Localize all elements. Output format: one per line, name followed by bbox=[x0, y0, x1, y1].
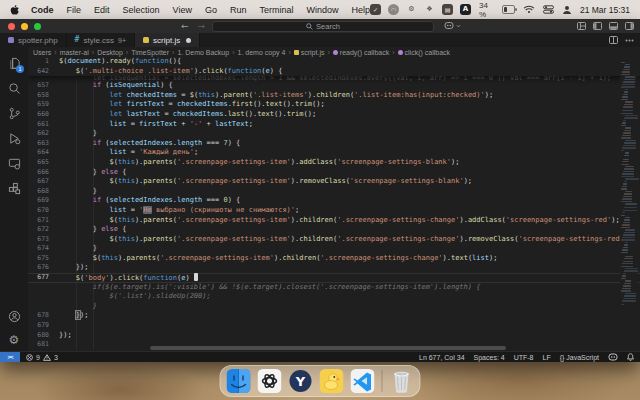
battery-icon[interactable] bbox=[502, 5, 515, 14]
code-line[interactable]: 678 }); bbox=[28, 311, 640, 321]
code-line[interactable]: 677 $('body').click(function(e) bbox=[28, 273, 640, 283]
menu-window[interactable]: Window bbox=[306, 5, 338, 15]
toggle-primary-sidebar-icon[interactable] bbox=[593, 22, 602, 30]
code-line[interactable]: 662 } bbox=[28, 129, 640, 139]
menu-file[interactable]: File bbox=[67, 5, 82, 15]
code-line[interactable]: 679 bbox=[28, 321, 640, 331]
settings-gear-icon[interactable]: ⚙ bbox=[406, 4, 417, 15]
code-line[interactable]: 680}); bbox=[28, 331, 640, 341]
control-center-icon[interactable] bbox=[543, 5, 554, 14]
run-debug-icon[interactable] bbox=[3, 126, 25, 151]
dock-trash[interactable] bbox=[390, 369, 414, 393]
split-editor-icon[interactable] bbox=[609, 36, 618, 44]
code-line[interactable]: 660 let lastText = checkedItems.last().t… bbox=[28, 110, 640, 120]
menu-code[interactable]: Code bbox=[31, 5, 54, 15]
status-utf-8[interactable]: UTF-8 bbox=[514, 354, 534, 361]
menu-selection[interactable]: Selection bbox=[123, 5, 160, 15]
menu-run[interactable]: Run bbox=[230, 5, 247, 15]
ghost-suggestion-line[interactable]: } bbox=[28, 302, 640, 312]
dock-finder[interactable] bbox=[227, 369, 251, 393]
search-icon[interactable] bbox=[3, 76, 25, 101]
dock-duck[interactable] bbox=[320, 369, 344, 393]
accounts-icon[interactable] bbox=[3, 304, 25, 329]
code-line[interactable]: 661 list = firstText + '-' + lastText; bbox=[28, 120, 640, 130]
breadcrumb-item[interactable]: ready() callback bbox=[333, 49, 389, 56]
dock-chatgpt[interactable] bbox=[258, 369, 282, 393]
user-account-icon[interactable] bbox=[562, 5, 572, 15]
problems-indicator[interactable]: 9 3 bbox=[26, 354, 58, 361]
minimap[interactable] bbox=[620, 57, 637, 346]
code-line[interactable]: 666 } else { bbox=[28, 168, 640, 178]
ghost-suggestion-line[interactable]: if($(e.target).is(':visible') && !$(e.ta… bbox=[28, 283, 640, 293]
code-line[interactable]: let isSequential = selectedIndexes.lengt… bbox=[28, 76, 640, 81]
code-line[interactable]: 664 list = 'Каждый день'; bbox=[28, 148, 640, 158]
code-line[interactable]: 675 $(this).parents('.screenpage-setting… bbox=[28, 254, 640, 264]
code-line[interactable]: 670 list = 'Не выбрано (скриншоты не сни… bbox=[28, 206, 640, 216]
app-icon-3[interactable]: ❖ bbox=[424, 4, 435, 15]
wifi-icon[interactable] bbox=[523, 5, 535, 14]
tab-spotter-php[interactable]: spotter.php bbox=[0, 33, 67, 47]
dock-vs-code[interactable] bbox=[351, 369, 375, 393]
breadcrumb-item[interactable]: Desktop bbox=[97, 49, 123, 56]
command-center-search[interactable]: Search bbox=[212, 21, 434, 32]
menu-terminal[interactable]: Terminal bbox=[259, 5, 293, 15]
code-line[interactable]: 642 $('.multi-choice .list-item').click(… bbox=[28, 67, 640, 77]
remote-explorer-icon[interactable] bbox=[3, 151, 25, 176]
status-spaces-4[interactable]: Spaces: 4 bbox=[474, 354, 505, 361]
code-line[interactable]: 1$(document).ready(function(){ bbox=[28, 57, 640, 67]
code-line[interactable]: 658 let checkedItems = $(this).parent('.… bbox=[28, 91, 640, 101]
navigate-back-button[interactable]: ← bbox=[181, 21, 189, 31]
extensions-icon[interactable] bbox=[3, 176, 25, 201]
tab-style-css[interactable]: #style.css9+ bbox=[67, 33, 135, 47]
code-line[interactable]: 657 if (isSequential) { bbox=[28, 81, 640, 91]
code-line[interactable]: 663 if (selectedIndexes.length === 7) { bbox=[28, 139, 640, 149]
zoom-window-button[interactable] bbox=[34, 23, 41, 30]
code-line[interactable]: 674 } bbox=[28, 244, 640, 254]
app-icon-2[interactable]: ◠ bbox=[388, 4, 399, 15]
status-lf[interactable]: LF bbox=[543, 354, 551, 361]
explorer-icon[interactable]: 1 bbox=[3, 51, 25, 76]
more-actions-icon[interactable] bbox=[625, 39, 634, 42]
code-line[interactable]: 672 } else { bbox=[28, 225, 640, 235]
breadcrumb-item[interactable]: click() callback bbox=[398, 49, 451, 56]
source-control-icon[interactable] bbox=[3, 101, 25, 126]
code-line[interactable]: 673 $(this).parents('.screenpage-setting… bbox=[28, 235, 640, 245]
customize-layout-icon[interactable] bbox=[577, 22, 586, 30]
settings-gear-icon[interactable]: ⚙ bbox=[3, 329, 25, 351]
code-line[interactable]: 669 if (selectedIndexes.length === 0) { bbox=[28, 196, 640, 206]
notes-app-icon[interactable]: ▤ bbox=[442, 4, 453, 15]
code-line[interactable]: 668 } bbox=[28, 187, 640, 197]
close-window-button[interactable] bbox=[8, 23, 15, 30]
horizontal-scrollbar[interactable] bbox=[150, 346, 506, 350]
copilot-status-icon[interactable] bbox=[608, 353, 618, 361]
dock-yandex[interactable]: Y bbox=[289, 369, 313, 393]
apple-logo-icon[interactable] bbox=[10, 4, 20, 16]
breadcrumb-item[interactable]: Users bbox=[33, 49, 51, 56]
menu-edit[interactable]: Edit bbox=[94, 5, 110, 15]
status-ln-677-col-34[interactable]: Ln 677, Col 34 bbox=[419, 354, 465, 361]
navigate-forward-button[interactable]: → bbox=[198, 21, 206, 31]
breadcrumb-item[interactable]: TimeSpotter bbox=[131, 49, 169, 56]
menubar-clock[interactable]: 21 Mar 15:31 bbox=[580, 5, 630, 15]
code-line[interactable]: 667 $(this).parents('.screenpage-setting… bbox=[28, 177, 640, 187]
ghost-suggestion-line[interactable]: $('.list').slideUp(200); bbox=[28, 292, 640, 302]
code-editor[interactable]: 1$(document).ready(function(){642 $('.mu… bbox=[28, 57, 640, 351]
breadcrumb-item[interactable]: 1. Demo Backup bbox=[177, 49, 229, 56]
code-line[interactable]: 671 $(this).parents('.screenpage-setting… bbox=[28, 216, 640, 226]
minimize-window-button[interactable] bbox=[21, 23, 28, 30]
copilot-menu-button[interactable] bbox=[444, 21, 461, 30]
input-source-icon[interactable]: A bbox=[460, 4, 471, 15]
tab-script-js[interactable]: script.js bbox=[135, 33, 200, 47]
menu-go[interactable]: Go bbox=[205, 5, 217, 15]
code-line[interactable]: 659 let firstText = checkedItems.first()… bbox=[28, 100, 640, 110]
app-icon-1[interactable]: ✓ bbox=[370, 4, 381, 15]
toggle-secondary-sidebar-icon[interactable] bbox=[625, 22, 634, 30]
code-line[interactable]: 665 $(this).parents('.screenpage-setting… bbox=[28, 158, 640, 168]
notifications-bell-icon[interactable] bbox=[627, 353, 634, 361]
toggle-panel-icon[interactable] bbox=[609, 22, 618, 30]
menu-help[interactable]: Help bbox=[351, 5, 370, 15]
menu-view[interactable]: View bbox=[173, 5, 192, 15]
breadcrumb-item[interactable]: script.js bbox=[294, 49, 325, 56]
breadcrumb-item[interactable]: 1. demo copy 4 bbox=[238, 49, 286, 56]
remote-indicator[interactable]: >< bbox=[0, 352, 20, 362]
